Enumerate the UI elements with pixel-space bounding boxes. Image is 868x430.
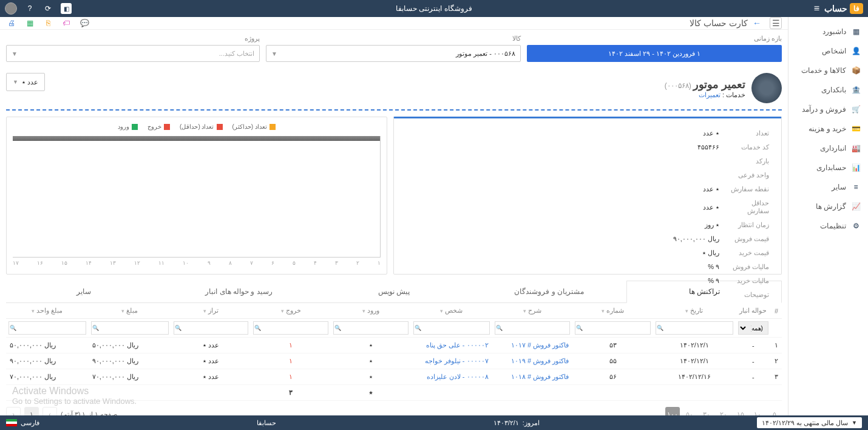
- footer-today: امروز: ۱۴۰۳/۲/۱: [493, 419, 540, 427]
- filter-input[interactable]: [91, 321, 169, 335]
- sidebar-item-label: بانکداری: [821, 86, 846, 94]
- rep-icon: 📈: [851, 202, 861, 211]
- product-category: خدمات : تعمیرات: [665, 91, 745, 99]
- page-size-۱۰۰[interactable]: ۱۰۰: [665, 407, 680, 415]
- sidebar-item-rep[interactable]: 📈گزارش ها: [788, 197, 868, 216]
- unit-select[interactable]: عدد ٭ ▼: [6, 73, 45, 91]
- date-range-button[interactable]: ۱ فروردین ۱۴۰۲ - ۲۹ اسفند ۱۴۰۲: [527, 45, 782, 62]
- product-select[interactable]: ۰۰۰۵۶۸ - تعمیر موتور ▼: [266, 45, 521, 62]
- filter-input[interactable]: [575, 321, 651, 335]
- toggle-icon[interactable]: ◧: [61, 3, 72, 14]
- excel-icon[interactable]: ▦: [24, 18, 35, 29]
- filter-input[interactable]: [495, 321, 571, 335]
- export-icon[interactable]: ⎘: [42, 18, 53, 29]
- avatar[interactable]: [5, 2, 17, 15]
- page-size-۳۰[interactable]: ۳۰: [699, 407, 714, 415]
- filter-input[interactable]: [253, 321, 328, 335]
- refresh-icon[interactable]: ⟳: [42, 3, 53, 14]
- print-icon[interactable]: 🖨: [6, 18, 17, 29]
- sidebar-item-acc[interactable]: 📊حسابداری: [788, 158, 868, 177]
- table-row[interactable]: ۱-۱۴۰۲/۱۲/۱۵۳فاکتور فروش # ۱۰۱۷۰۰۰۰۰۲ - …: [6, 338, 782, 353]
- filter-input[interactable]: [333, 321, 409, 335]
- chat-icon[interactable]: 💬: [79, 18, 90, 29]
- col-header[interactable]: ورود ▾: [331, 303, 411, 319]
- table-row[interactable]: ۳-۱۴۰۲/۱۲/۱۶۵۶فاکتور فروش # ۱۰۱۸۰۰۰۰۰۸ -…: [6, 369, 782, 385]
- sidebar-item-box[interactable]: 📦کالاها و خدمات: [788, 61, 868, 80]
- table-row[interactable]: ۲-۱۴۰۲/۱۲/۱۵۵فاکتور فروش # ۱۰۱۹۰۰۰۰۰۷ - …: [6, 353, 782, 369]
- page-size-۵[interactable]: ۵: [767, 407, 782, 415]
- sidebar-item-dash[interactable]: ▦داشبورد: [788, 22, 868, 41]
- label-icon[interactable]: 🏷: [61, 18, 72, 29]
- hamburger-icon[interactable]: ≡: [814, 3, 819, 14]
- col-header[interactable]: تاریخ ▾: [653, 303, 736, 319]
- fiscal-year-select[interactable]: ▼ سال مالی منتهی به ۱۴۰۲/۱۲/۲۹: [757, 417, 862, 428]
- sidebar-item-buy[interactable]: 💳خرید و هزینه: [788, 119, 868, 138]
- sidebar-item-bank[interactable]: 🏦بانکداری: [788, 80, 868, 100]
- info-label: حداقل سفارش: [724, 197, 773, 217]
- tab-other[interactable]: سایر: [6, 281, 161, 302]
- product-avatar: [751, 73, 782, 103]
- page-size-۱۵[interactable]: ۱۵: [733, 407, 748, 415]
- invoice-link[interactable]: فاکتور فروش # ۱۰۱۹: [511, 357, 569, 364]
- page-size-۵۰[interactable]: ۵۰: [682, 407, 697, 415]
- filter-input[interactable]: [174, 321, 248, 335]
- col-header[interactable]: حواله انبار: [736, 303, 771, 319]
- person-link[interactable]: ۰۰۰۰۰۷ - نیلوفر خواجه: [425, 357, 489, 364]
- brand-logo[interactable]: فا حساب: [824, 3, 863, 14]
- sale-icon: 🛒: [851, 104, 861, 114]
- chart-panel: تعداد (حداکثر)تعداد (حداقل)خروجورود ۱۲۳۴…: [6, 117, 387, 275]
- tab-wh[interactable]: رسید و حواله های انبار: [161, 281, 317, 302]
- invoice-link[interactable]: فاکتور فروش # ۱۰۱۷: [511, 341, 569, 349]
- sidebar-item-sale[interactable]: 🛒فروش و درآمد: [788, 100, 868, 119]
- help-icon[interactable]: ?: [24, 3, 35, 14]
- filters-row: بازه زمانی ۱ فروردین ۱۴۰۲ - ۲۹ اسفند ۱۴۰…: [0, 30, 788, 67]
- legend-item: تعداد (حداکثر): [232, 123, 276, 130]
- col-header[interactable]: مبلغ واحد ▾: [6, 303, 89, 319]
- sidebar-item-oth[interactable]: ≡سایر: [788, 177, 868, 197]
- back-arrow-icon[interactable]: ←: [753, 18, 761, 28]
- lang-select[interactable]: فارسی: [6, 419, 39, 427]
- sidebar-item-set[interactable]: ⚙تنظیمات: [788, 216, 868, 236]
- info-value: ٭ عدد: [402, 183, 723, 196]
- brand-text: حساب: [824, 4, 847, 13]
- wh-filter[interactable]: (همه): [738, 321, 768, 335]
- col-header[interactable]: شرح ▾: [492, 303, 573, 319]
- col-header[interactable]: #: [771, 303, 782, 319]
- page-size-۱۰[interactable]: ۱۰: [750, 407, 765, 415]
- sidebar-item-wh[interactable]: 🏭انبارداری: [788, 138, 868, 158]
- person-icon: 👤: [851, 46, 861, 56]
- sidebar-item-person[interactable]: 👤اشخاص: [788, 41, 868, 61]
- brand-badge: فا: [850, 3, 863, 14]
- next-page-icon[interactable]: ‹: [6, 407, 21, 415]
- info-label: مالیات خرید: [724, 275, 773, 287]
- page-number[interactable]: ۱: [24, 407, 39, 415]
- invoice-link[interactable]: فاکتور فروش # ۱۰۱۸: [511, 373, 569, 380]
- col-header[interactable]: شماره ▾: [572, 303, 653, 319]
- sidebar-item-label: کالاها و خدمات: [801, 66, 846, 75]
- filter-input[interactable]: [413, 321, 490, 335]
- col-header[interactable]: مبلغ ▾: [89, 303, 171, 319]
- footer-brand[interactable]: حسابفا: [257, 419, 276, 427]
- pager: ۵۱۰۱۵۲۰۳۰۵۰۱۰۰ صفحه ۱ از ۱ (۳ آیتم) › ۱ …: [0, 401, 788, 415]
- buy-icon: 💳: [851, 124, 861, 134]
- side-panel-icon[interactable]: ☰: [770, 17, 782, 29]
- info-label: توضیحات: [724, 288, 773, 301]
- category-link[interactable]: تعمیرات: [699, 91, 721, 98]
- col-header[interactable]: تراز ▾: [171, 303, 251, 319]
- sidebar-item-label: تنظیمات: [820, 222, 846, 230]
- filter-input[interactable]: [656, 321, 733, 335]
- page-size-۲۰[interactable]: ۲۰: [716, 407, 731, 415]
- person-link[interactable]: ۰۰۰۰۰۸ - لادن علیزاده: [427, 373, 489, 380]
- col-header[interactable]: خروج ▾: [251, 303, 331, 319]
- info-value: ریال ۹۰,۰۰۰,۰۰۰: [402, 233, 723, 245]
- filter-input[interactable]: [8, 321, 86, 335]
- sidebar-item-label: حسابداری: [816, 163, 846, 172]
- info-label: کد خدمات: [724, 141, 773, 154]
- person-link[interactable]: ۰۰۰۰۰۲ - علی حق پناه: [426, 341, 489, 349]
- col-header[interactable]: شخص ▾: [411, 303, 492, 319]
- project-select[interactable]: انتخاب کنید... ▼: [6, 45, 260, 62]
- prev-page-icon[interactable]: ›: [42, 407, 57, 415]
- info-value: ٭ عدد: [402, 197, 723, 217]
- bank-icon: 🏦: [851, 85, 861, 95]
- table-wrap: #حواله انبارتاریخ ▾شماره ▾شرح ▾شخص ▾ورود…: [6, 303, 782, 401]
